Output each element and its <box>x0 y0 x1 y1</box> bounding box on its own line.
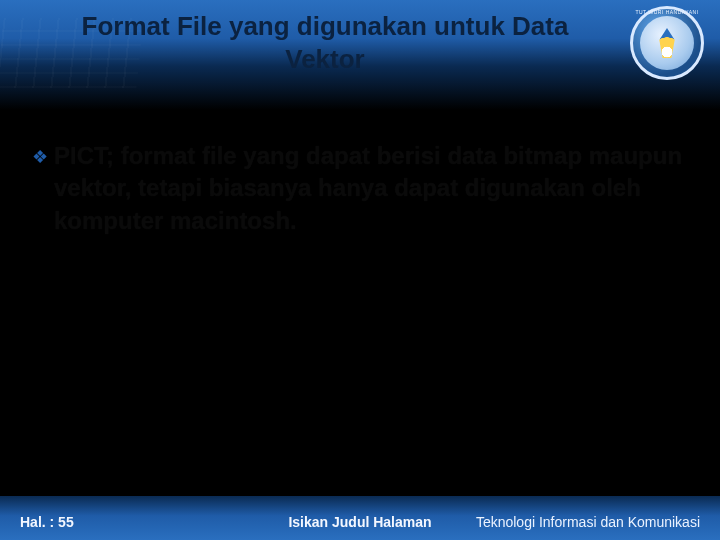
logo-inner <box>640 16 694 70</box>
slide-title: Format File yang digunakan untuk Data Ve… <box>50 10 600 75</box>
bullet-item: ❖ PICT; format file yang dapat berisi da… <box>32 140 684 237</box>
ministry-logo: TUT WURI HANDAYANI <box>630 6 704 80</box>
flame-icon <box>656 28 678 58</box>
content-area: ❖ PICT; format file yang dapat berisi da… <box>32 140 684 237</box>
bullet-text: PICT; format file yang dapat berisi data… <box>54 140 684 237</box>
header-band: Format File yang digunakan untuk Data Ve… <box>0 0 720 110</box>
slide: Format File yang digunakan untuk Data Ve… <box>0 0 720 540</box>
diamond-bullet-icon: ❖ <box>32 146 48 168</box>
footer-band: Hal. : 55 Isikan Judul Halaman Teknologi… <box>0 496 720 540</box>
logo-caption: TUT WURI HANDAYANI <box>630 9 704 15</box>
footer-subject: Teknologi Informasi dan Komunikasi <box>476 514 700 530</box>
